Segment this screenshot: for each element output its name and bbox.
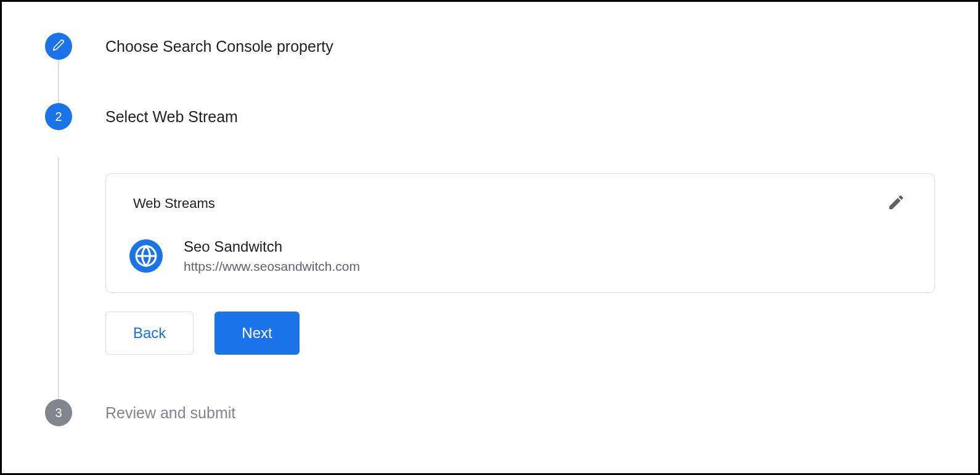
step-2-marker: 2 xyxy=(45,103,72,130)
panel-header: Web Streams xyxy=(133,192,907,215)
stream-name: Seo Sandwitch xyxy=(184,238,360,255)
step-2-number: 2 xyxy=(55,110,62,124)
button-row: Back Next xyxy=(105,312,935,355)
back-button[interactable]: Back xyxy=(105,312,194,355)
step-3-marker: 3 xyxy=(45,399,72,426)
step-1[interactable]: Choose Search Console property xyxy=(45,33,935,60)
stream-url: https://www.seosandwitch.com xyxy=(184,259,360,274)
pencil-icon xyxy=(887,193,905,214)
step-3-number: 3 xyxy=(55,406,62,420)
globe-icon xyxy=(129,239,163,273)
step-1-marker xyxy=(45,33,72,60)
web-streams-panel: Web Streams Seo Sandwitch https://www.se… xyxy=(105,173,935,293)
edit-stream-button[interactable] xyxy=(885,192,907,215)
next-button[interactable]: Next xyxy=(214,312,299,355)
step-3[interactable]: 3 Review and submit xyxy=(45,399,935,426)
step-1-title: Choose Search Console property xyxy=(105,33,935,60)
step-2: 2 Select Web Stream Web Streams xyxy=(45,103,935,355)
stream-text: Seo Sandwitch https://www.seosandwitch.c… xyxy=(184,238,360,274)
pencil-icon xyxy=(52,39,65,54)
panel-header-title: Web Streams xyxy=(133,196,215,212)
step-connector xyxy=(58,157,59,423)
step-3-title: Review and submit xyxy=(105,399,935,426)
stepper: Choose Search Console property 2 Select … xyxy=(45,33,935,426)
step-2-title: Select Web Stream xyxy=(105,103,935,130)
web-stream-item: Seo Sandwitch https://www.seosandwitch.c… xyxy=(133,238,907,274)
